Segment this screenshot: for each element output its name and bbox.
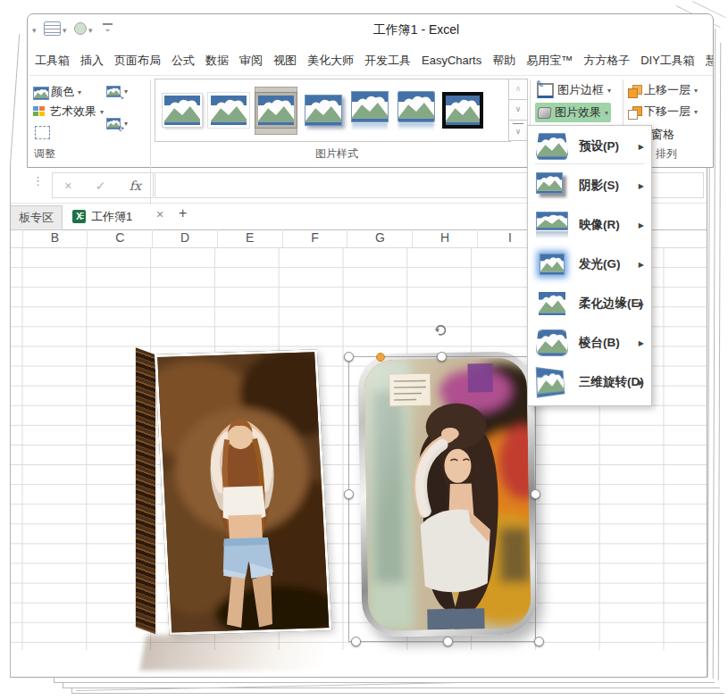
- page-stack-line: [71, 688, 72, 694]
- cancel-icon[interactable]: ×: [64, 179, 71, 193]
- menu-item-soft-edges[interactable]: 柔化边缘(E) ▶: [529, 284, 650, 323]
- picture-style-thumb[interactable]: [162, 88, 203, 134]
- dropdown-caret-icon: ▾: [124, 120, 128, 128]
- picture-styles-gallery: [155, 79, 511, 142]
- picture-effects-button[interactable]: 图片效果 ▾: [535, 103, 611, 122]
- gallery-scroll-up-icon[interactable]: ∧: [508, 79, 528, 100]
- circle-shape-icon[interactable]: [74, 22, 87, 35]
- dropdown-caret-icon: ▾: [78, 88, 81, 96]
- ribbon-tab-beautify[interactable]: 美化大师: [304, 47, 357, 75]
- selection-handle-top-mid[interactable]: [437, 352, 447, 362]
- reset-picture-button[interactable]: [35, 126, 50, 139]
- picture-reflection: [139, 635, 328, 671]
- selection-handle-mid-left[interactable]: [344, 489, 354, 499]
- page-stack-line: [71, 693, 724, 694]
- picture-style-thumb[interactable]: [442, 88, 483, 134]
- picture-style-thumb[interactable]: [349, 88, 390, 134]
- dropdown-caret-icon: ▾: [694, 108, 698, 116]
- ribbon-tab-toolbox[interactable]: 工具箱: [31, 47, 73, 75]
- submenu-arrow-icon: ▶: [639, 182, 644, 190]
- tab-template-zone[interactable]: 板专区: [11, 205, 63, 230]
- ribbon-tab-data[interactable]: 数据: [202, 47, 232, 75]
- shape-adjust-handle[interactable]: [376, 353, 385, 362]
- customize-qat-icon[interactable]: ⌄: [103, 23, 113, 31]
- picture-style-thumb-selected[interactable]: [255, 87, 297, 135]
- glow-icon: [536, 251, 568, 278]
- menu-separator: [535, 163, 644, 164]
- rotate-handle-icon[interactable]: [432, 321, 448, 338]
- picture-style-thumb[interactable]: [396, 88, 437, 134]
- column-header[interactable]: B: [23, 229, 88, 247]
- menu-item-label: 预设(P): [579, 138, 619, 154]
- ribbon-tab-huiban[interactable]: 慧办: [702, 47, 713, 75]
- menu-item-bevel[interactable]: 棱台(B) ▶: [529, 323, 650, 362]
- window-title: 工作簿1 - Excel: [296, 22, 537, 38]
- ribbon-tab-yiyongbao[interactable]: 易用宝™: [523, 47, 576, 75]
- ribbon-tab-formulas[interactable]: 公式: [168, 47, 198, 75]
- picture-border-button[interactable]: ✎ 图片边框 ▾: [537, 82, 611, 98]
- selection-handle-bottom-mid[interactable]: [443, 637, 453, 646]
- bring-forward-icon: [628, 85, 640, 96]
- change-picture-button[interactable]: ⟳ ▾: [106, 118, 128, 129]
- column-header[interactable]: G: [347, 229, 413, 247]
- ribbon-tab-diy-toolbox[interactable]: DIY工具箱: [637, 47, 699, 75]
- ribbon-tab-fangfanggezi[interactable]: 方方格子: [580, 47, 633, 75]
- table-style-icon[interactable]: [44, 21, 61, 36]
- enter-icon[interactable]: ✓: [96, 179, 106, 193]
- selection-handle-top-left[interactable]: [344, 352, 354, 362]
- column-header[interactable]: F: [283, 229, 348, 247]
- color-button[interactable]: 颜色 ▾: [33, 84, 81, 100]
- menu-item-label: 映像(R): [579, 217, 620, 233]
- excel-file-icon: X: [72, 210, 86, 223]
- dropdown-caret-icon: ▾: [605, 109, 608, 117]
- close-tab-icon[interactable]: ×: [156, 207, 163, 221]
- dropdown-caret-icon[interactable]: ▾: [88, 26, 93, 35]
- artistic-effects-button[interactable]: 艺术效果 ▾: [33, 104, 104, 120]
- column-header[interactable]: C: [88, 229, 153, 247]
- grid-bottom-margin: [11, 650, 707, 677]
- gallery-scroll-down-icon[interactable]: ∨: [508, 99, 528, 121]
- dropdown-caret-icon[interactable]: ▾: [63, 26, 67, 35]
- submenu-arrow-icon: ▶: [639, 221, 644, 229]
- ribbon-tab-developer[interactable]: 开发工具: [361, 47, 414, 75]
- formula-bar-drag-handle[interactable]: ⋮: [32, 174, 44, 188]
- page-stack-line: [10, 34, 20, 168]
- picture-style-thumb[interactable]: [208, 88, 249, 134]
- menu-item-label: 三维旋转(D): [579, 374, 644, 390]
- picture-style-thumb[interactable]: [303, 88, 344, 134]
- ribbon-tab-insert[interactable]: 插入: [77, 47, 107, 75]
- column-header[interactable]: E: [218, 229, 283, 247]
- ribbon-tab-review[interactable]: 审阅: [236, 47, 266, 75]
- submenu-arrow-icon: ▶: [639, 143, 644, 151]
- menu-item-shadow[interactable]: 阴影(S) ▶: [529, 166, 650, 205]
- dropdown-caret-icon: ▾: [694, 87, 698, 95]
- compress-picture-button[interactable]: ↘ ▾: [106, 86, 128, 97]
- ribbon-tab-easycharts[interactable]: EasyCharts: [418, 47, 485, 75]
- picture-3d-side-face: [135, 347, 157, 635]
- selection-handle-bottom-left[interactable]: [351, 637, 361, 646]
- selection-handle-mid-right[interactable]: [531, 489, 540, 499]
- reset-picture-icon: [35, 126, 50, 139]
- picture-3d-front-face[interactable]: [155, 349, 331, 635]
- bring-forward-button[interactable]: 上移一层 ▾: [628, 82, 698, 98]
- ribbon-tab-page-layout[interactable]: 页面布局: [111, 47, 164, 75]
- menu-item-glow[interactable]: 发光(G) ▶: [529, 245, 650, 284]
- gallery-more-icon[interactable]: ∨: [508, 120, 528, 141]
- menu-item-preset[interactable]: 预设(P) ▶: [529, 127, 650, 166]
- tab-workbook1[interactable]: X 工作簿1: [65, 204, 159, 229]
- column-header[interactable]: D: [153, 229, 218, 247]
- selection-handle-bottom-right[interactable]: [534, 637, 544, 646]
- column-header[interactable]: H: [413, 229, 478, 247]
- menu-item-reflection[interactable]: 映像(R) ▶: [529, 205, 650, 245]
- ribbon-tab-help[interactable]: 帮助: [489, 47, 519, 75]
- dropdown-caret-icon[interactable]: ▾: [32, 26, 37, 35]
- add-tab-icon[interactable]: +: [179, 205, 187, 221]
- menu-item-3d-rotation[interactable]: 三维旋转(D) ▶: [529, 362, 650, 402]
- ribbon-tab-view[interactable]: 视图: [270, 47, 300, 75]
- menu-item-label: 发光(G): [579, 256, 621, 272]
- insert-function-icon[interactable]: fx: [130, 179, 141, 193]
- send-backward-icon: [628, 106, 640, 118]
- send-backward-button[interactable]: 下移一层 ▾: [628, 104, 698, 120]
- column-header-partial[interactable]: [11, 229, 23, 247]
- bevel-icon: [536, 329, 568, 356]
